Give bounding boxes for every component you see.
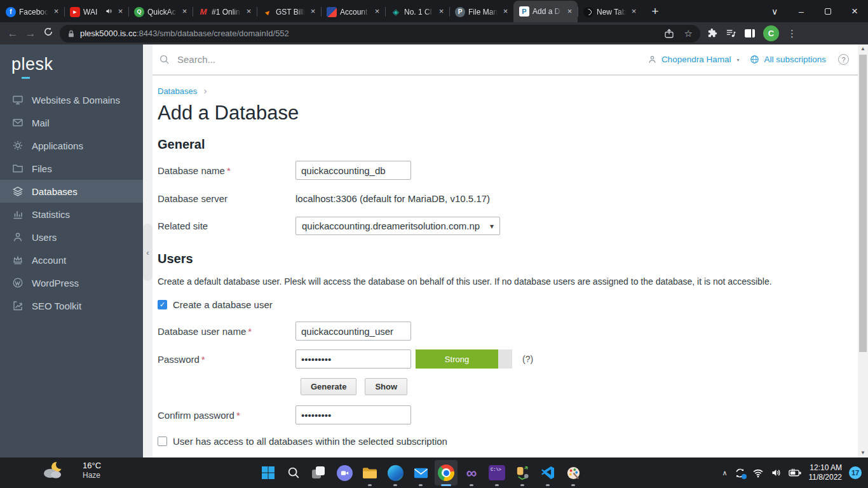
close-icon[interactable]: × (51, 7, 61, 17)
password-buttons-row: Generate Show (301, 378, 858, 395)
user-name-input[interactable] (295, 322, 411, 341)
edge-button[interactable] (383, 458, 408, 488)
tab-gst-billing[interactable]: ► GST Billi × (257, 1, 321, 22)
close-icon[interactable]: × (501, 7, 510, 17)
sidebar-item-websites-domains[interactable]: Websites & Domains (0, 88, 143, 111)
plesk-logo-dash (22, 77, 30, 79)
sidebar-label: Databases (32, 186, 78, 197)
close-window-button[interactable]: × (841, 0, 868, 22)
share-icon[interactable] (664, 29, 674, 39)
confirm-password-label: Confirm password* (158, 410, 295, 421)
forward-button[interactable]: → (22, 27, 39, 40)
profile-avatar[interactable]: C (763, 25, 779, 41)
tab-account[interactable]: Account × (321, 1, 385, 22)
close-icon[interactable]: × (308, 7, 318, 17)
create-user-checkbox[interactable]: ✓ (158, 300, 167, 309)
taskbar-search-button[interactable] (281, 458, 306, 488)
notification-count-badge[interactable]: 17 (849, 466, 862, 479)
sidebar-item-account[interactable]: Account (0, 248, 143, 271)
weather-desc: Haze (83, 471, 101, 480)
tab-youtube[interactable]: ▶ WAI × (64, 1, 128, 22)
tab-no1[interactable]: ◈ No. 1 Cl × (385, 1, 449, 22)
sidebar-item-statistics[interactable]: Statistics (0, 203, 143, 226)
update-sync-icon[interactable] (735, 468, 745, 478)
file-explorer-button[interactable] (357, 458, 383, 488)
sidebar-item-users[interactable]: Users (0, 226, 143, 248)
vscode-button[interactable] (535, 458, 560, 488)
tab-online[interactable]: M #1 Onlin × (193, 1, 257, 22)
tab-facebook[interactable]: f Faceboo × (0, 1, 64, 22)
task-view-button[interactable] (306, 458, 332, 488)
terminal-button[interactable]: C:\> (484, 458, 510, 488)
password-strength-meter: Strong (416, 349, 512, 369)
generate-button[interactable]: Generate (301, 378, 356, 395)
show-button[interactable]: Show (365, 378, 407, 395)
reload-button[interactable] (39, 27, 57, 40)
scrollbar-thumb[interactable] (859, 55, 867, 352)
back-button[interactable]: ← (4, 27, 22, 40)
tray-overflow-chevron[interactable]: ∧ (722, 469, 727, 477)
sidebar-item-wordpress[interactable]: WordPress (0, 271, 143, 294)
sidebar-item-mail[interactable]: Mail (0, 111, 143, 134)
close-icon[interactable]: × (437, 7, 446, 17)
close-icon[interactable]: × (116, 7, 125, 17)
teams-chat-button[interactable] (332, 458, 357, 488)
sidebar-item-databases[interactable]: Databases (0, 180, 143, 203)
speaker-icon[interactable] (771, 468, 782, 478)
visual-studio-button[interactable]: ∞ (459, 458, 484, 488)
mail-button[interactable] (408, 458, 433, 488)
scroll-up-arrow[interactable]: ▲ (858, 44, 868, 53)
sidebar-item-applications[interactable]: Applications (0, 134, 143, 157)
chrome-button[interactable] (433, 458, 459, 488)
maximize-icon (825, 8, 831, 15)
database-name-input[interactable] (295, 161, 411, 180)
confirm-password-input[interactable] (295, 405, 411, 424)
search-input[interactable] (176, 53, 648, 65)
page-scrollbar[interactable]: ▲ ▼ (858, 44, 868, 458)
sidebar-item-seo-toolkit[interactable]: SEO Toolkit (0, 294, 143, 317)
playlist-extension-icon[interactable] (726, 28, 736, 39)
crown-icon (12, 254, 24, 266)
dev-tools-button[interactable] (510, 458, 535, 488)
paint-button[interactable] (560, 458, 586, 488)
close-icon[interactable]: × (244, 7, 254, 17)
sidebar-collapse-handle[interactable]: ‹ (143, 224, 153, 281)
tab-new-tab[interactable]: New Tab × (578, 1, 642, 22)
audio-playing-icon[interactable] (105, 8, 112, 17)
weather-widget[interactable]: 16°C Haze (39, 459, 101, 481)
battery-plugged-icon[interactable] (789, 468, 802, 478)
wifi-icon[interactable] (752, 468, 764, 478)
related-site-select[interactable]: quickaccounting.dreameritsolution.com.np… (295, 217, 500, 235)
minimize-button[interactable]: – (788, 0, 815, 22)
all-subscriptions-link[interactable]: All subscriptions (764, 55, 826, 64)
visual-studio-icon: ∞ (466, 465, 477, 480)
help-icon[interactable]: ? (838, 54, 849, 65)
address-bar[interactable]: plesk5000.is.cc:8443/smb/database/create… (60, 25, 700, 43)
close-icon[interactable]: × (629, 7, 639, 17)
bookmark-star-icon[interactable]: ☆ (684, 28, 693, 39)
tab-quickaccounting[interactable]: Q QuickAc × (128, 1, 193, 22)
password-help-link[interactable]: (?) (522, 354, 533, 364)
close-icon[interactable]: × (372, 7, 382, 17)
taskbar-clock[interactable]: 12:10 AM 11/8/2022 (809, 463, 843, 482)
start-button[interactable] (255, 458, 281, 488)
access-all-label: User has access to all databases within … (173, 436, 447, 447)
extensions-puzzle-icon[interactable] (707, 28, 717, 39)
tab-add-a-database[interactable]: P Add a D × (513, 1, 578, 22)
access-all-row: User has access to all databases within … (158, 436, 858, 447)
sidebar-item-files[interactable]: Files (0, 157, 143, 180)
password-input[interactable] (295, 349, 411, 369)
browser-menu-icon[interactable]: ⋮ (787, 28, 797, 39)
side-panel-icon[interactable] (745, 29, 755, 37)
access-all-checkbox[interactable] (158, 437, 167, 446)
new-tab-button[interactable]: + (646, 3, 664, 20)
tab-search-icon[interactable]: ∨ (761, 0, 788, 22)
plesk-logo[interactable]: plesk (11, 55, 69, 74)
close-icon[interactable]: × (180, 7, 189, 17)
tab-file-manager[interactable]: P File Man × (449, 1, 513, 22)
user-menu[interactable]: Chopendra Hamal (661, 55, 731, 64)
breadcrumb-databases-link[interactable]: Databases (158, 86, 197, 96)
close-icon[interactable]: × (565, 7, 574, 17)
maximize-button[interactable] (815, 0, 841, 22)
scroll-down-arrow[interactable]: ▼ (858, 449, 868, 458)
